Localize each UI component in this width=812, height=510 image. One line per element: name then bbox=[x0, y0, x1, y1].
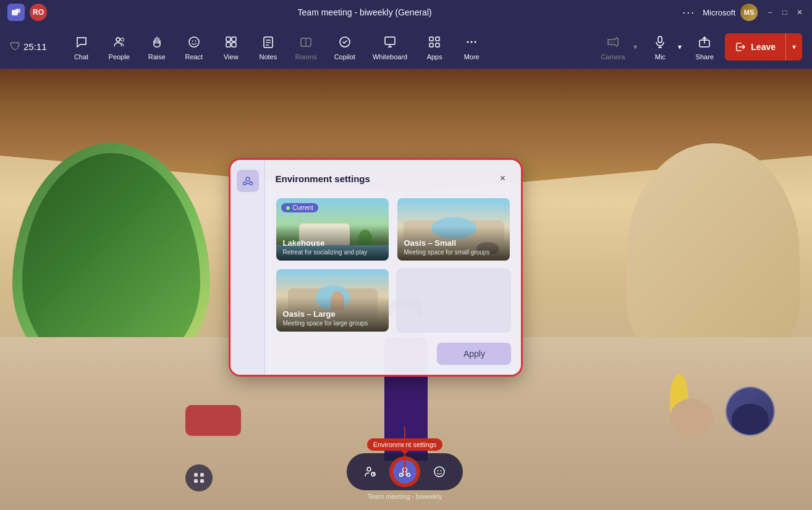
window-controls: − □ ✕ bbox=[765, 7, 805, 17]
env-card-oasis-small[interactable]: Oasis – Small Meeting space for small gr… bbox=[396, 197, 511, 262]
oasis-small-name: Oasis – Small bbox=[404, 238, 504, 248]
svg-point-47 bbox=[438, 470, 439, 472]
svg-point-41 bbox=[400, 474, 403, 477]
left-arch-inner bbox=[22, 153, 200, 368]
participant-avatar bbox=[725, 387, 775, 436]
env-card-lakehouse[interactable]: Current Lakehouse Retreat for socializin… bbox=[275, 197, 390, 262]
apps-label: Apps bbox=[427, 53, 442, 61]
table-decor bbox=[670, 399, 713, 436]
connector-line bbox=[404, 427, 405, 477]
svg-rect-49 bbox=[194, 473, 198, 477]
camera-button[interactable]: Camera bbox=[594, 30, 631, 64]
share-icon bbox=[698, 33, 711, 51]
modal-close-button[interactable]: × bbox=[494, 170, 511, 187]
svg-rect-21 bbox=[436, 37, 439, 41]
svg-rect-17 bbox=[385, 37, 395, 44]
svg-point-2 bbox=[116, 38, 120, 41]
main-content: Environment settings × bbox=[0, 69, 812, 510]
toolbar-item-copilot[interactable]: Copilot bbox=[327, 30, 363, 64]
svg-rect-10 bbox=[232, 43, 236, 47]
toolbar-item-rooms[interactable]: Rooms bbox=[288, 30, 324, 64]
user-profile-avatar[interactable]: MS bbox=[740, 4, 758, 21]
svg-rect-28 bbox=[658, 36, 662, 43]
svg-point-25 bbox=[471, 41, 473, 43]
svg-rect-22 bbox=[429, 43, 433, 47]
leave-chevron-icon[interactable]: ▾ bbox=[785, 33, 802, 61]
environment-sidebar-icon[interactable] bbox=[237, 170, 259, 192]
maximize-button[interactable]: □ bbox=[780, 7, 790, 17]
toolbar-item-more[interactable]: More bbox=[454, 30, 489, 64]
raise-hand-icon bbox=[150, 33, 164, 51]
toolbar-item-react[interactable]: React bbox=[177, 30, 211, 64]
close-button[interactable]: ✕ bbox=[795, 7, 805, 17]
share-button[interactable]: Share bbox=[689, 30, 720, 64]
lakehouse-label: Lakehouse Retreat for socializing and pl… bbox=[276, 226, 389, 261]
whiteboard-label: Whiteboard bbox=[373, 53, 407, 61]
mic-button[interactable]: Mic bbox=[645, 30, 675, 64]
toolbar-item-people[interactable]: People bbox=[101, 30, 137, 64]
modal-footer: Apply bbox=[275, 343, 511, 365]
toolbar-item-notes[interactable]: Notes bbox=[251, 30, 285, 64]
bottom-people-settings-icon[interactable] bbox=[357, 458, 384, 485]
title-bar: RO Team meeting - biweekly (General) ···… bbox=[0, 0, 812, 25]
minimize-button[interactable]: − bbox=[765, 7, 775, 17]
oasis-small-desc: Meeting space for small groups bbox=[404, 249, 504, 256]
grid-icon-left[interactable] bbox=[185, 464, 213, 491]
svg-point-6 bbox=[195, 40, 196, 41]
camera-chevron[interactable]: ▾ bbox=[631, 39, 640, 55]
chat-icon bbox=[75, 33, 88, 51]
toolbar-item-chat[interactable]: Chat bbox=[64, 30, 99, 64]
svg-rect-9 bbox=[226, 43, 230, 47]
bottom-emoji-icon[interactable] bbox=[426, 458, 453, 485]
svg-line-45 bbox=[406, 472, 407, 474]
more-icon bbox=[465, 33, 478, 51]
shield-icon: 🛡 bbox=[10, 40, 21, 53]
svg-rect-23 bbox=[436, 43, 439, 47]
svg-point-24 bbox=[467, 41, 469, 43]
oasis-large-desc: Meeting space for large groups bbox=[282, 320, 383, 327]
svg-point-32 bbox=[246, 177, 250, 181]
more-options-dots[interactable]: ··· bbox=[682, 6, 695, 19]
mic-chevron[interactable]: ▾ bbox=[675, 39, 684, 55]
apply-button[interactable]: Apply bbox=[437, 343, 511, 365]
meeting-name-label: Team meeting - biweekly bbox=[367, 493, 442, 500]
right-window-arch bbox=[627, 143, 800, 366]
svg-point-34 bbox=[249, 182, 252, 185]
modal-sidebar bbox=[230, 160, 265, 375]
env-card-oasis-large[interactable]: Oasis – Large Meeting space for large gr… bbox=[275, 268, 390, 333]
svg-rect-1 bbox=[15, 9, 20, 13]
current-label: Current bbox=[292, 204, 313, 211]
leave-button[interactable]: Leave ▾ bbox=[725, 33, 802, 61]
svg-point-3 bbox=[121, 38, 124, 41]
people-label: People bbox=[109, 53, 130, 61]
modal-main-content: Environment settings × bbox=[265, 160, 521, 375]
empty-env-slot bbox=[396, 268, 511, 333]
title-bar-left: RO bbox=[7, 4, 47, 21]
svg-rect-50 bbox=[200, 473, 204, 477]
chat-label: Chat bbox=[74, 53, 88, 61]
oasis-small-label: Oasis – Small Meeting space for small gr… bbox=[397, 226, 510, 261]
copilot-icon bbox=[338, 33, 352, 51]
leave-label: Leave bbox=[751, 42, 776, 52]
svg-rect-51 bbox=[194, 479, 198, 483]
mic-group: Mic ▾ bbox=[645, 30, 684, 64]
participant-body bbox=[732, 404, 769, 435]
toolbar-item-raise[interactable]: Raise bbox=[140, 30, 174, 64]
teams-logo-icon bbox=[7, 4, 25, 21]
oasis-large-name: Oasis – Large bbox=[282, 309, 383, 319]
camera-group: Camera ▾ bbox=[594, 30, 640, 64]
more-label: More bbox=[464, 53, 480, 61]
svg-point-46 bbox=[434, 467, 444, 477]
toolbar-item-whiteboard[interactable]: Whiteboard bbox=[365, 30, 415, 64]
svg-point-42 bbox=[407, 474, 410, 477]
toolbar-item-view[interactable]: View bbox=[214, 30, 248, 64]
react-label: React bbox=[185, 53, 203, 61]
view-label: View bbox=[224, 53, 239, 61]
microsoft-label: Microsoft MS bbox=[703, 4, 758, 21]
toolbar-right-section: Camera ▾ Mic ▾ bbox=[594, 30, 802, 64]
toolbar-item-apps[interactable]: Apps bbox=[417, 30, 452, 64]
lakehouse-name: Lakehouse bbox=[282, 238, 383, 248]
current-badge: Current bbox=[281, 203, 318, 212]
svg-point-48 bbox=[441, 470, 442, 472]
modal-header: Environment settings × bbox=[275, 170, 511, 187]
